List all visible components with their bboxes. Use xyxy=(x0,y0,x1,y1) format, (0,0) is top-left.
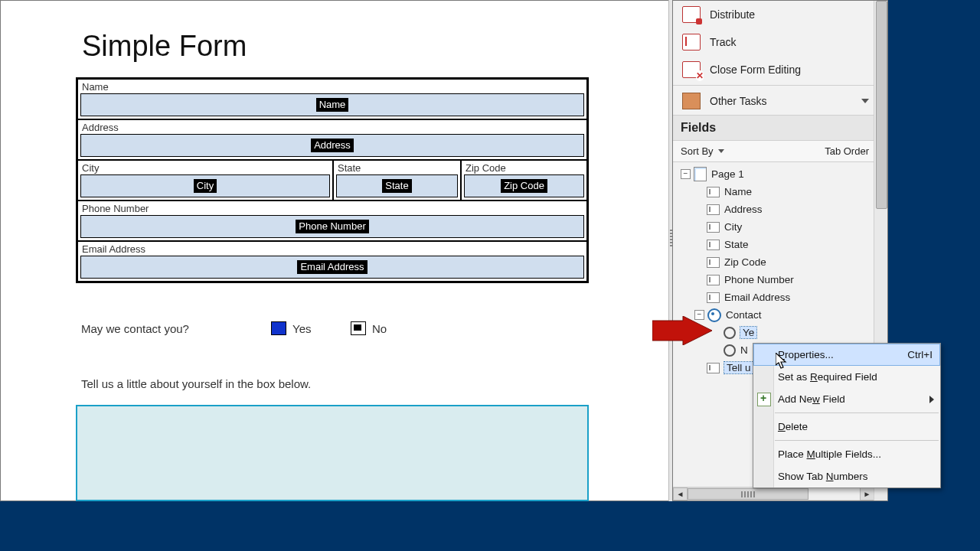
submenu-arrow-icon xyxy=(929,396,934,403)
tree-field-zip[interactable]: Zip Code xyxy=(673,253,887,271)
label-address: Address xyxy=(78,120,586,133)
tree-radio-yes[interactable]: Ye xyxy=(673,324,887,341)
collapse-icon[interactable]: − xyxy=(694,310,704,320)
panel-horizontal-scrollbar[interactable]: ◄ ► xyxy=(673,487,874,500)
tab-order-dropdown[interactable]: Tab Order xyxy=(825,145,880,157)
input-state[interactable]: State xyxy=(336,174,458,197)
radio-no[interactable]: No xyxy=(351,321,387,335)
menu-show-tab-numbers[interactable]: Show Tab Numbers xyxy=(753,465,940,487)
menu-label: Place Multiple Fields... xyxy=(778,448,881,460)
tree-label: Phone Number xyxy=(724,274,794,285)
tree-field-address[interactable]: Address xyxy=(673,201,887,218)
scrollbar-thumb[interactable] xyxy=(876,1,887,209)
chip-email: Email Address xyxy=(297,260,367,274)
tree-field-state[interactable]: State xyxy=(673,236,887,253)
label-state: State xyxy=(334,161,460,174)
input-email[interactable]: Email Address xyxy=(80,256,584,279)
close-form-icon xyxy=(682,61,701,78)
chip-city: City xyxy=(194,179,217,193)
textfield-icon xyxy=(707,292,720,303)
distribute-icon xyxy=(682,6,701,23)
chip-state: State xyxy=(382,179,411,193)
task-distribute-label: Distribute xyxy=(710,8,755,21)
textfield-icon xyxy=(707,275,720,285)
task-close-label: Close Form Editing xyxy=(710,64,801,76)
tree-field-city[interactable]: City xyxy=(673,218,887,236)
input-zip[interactable]: Zip Code xyxy=(464,174,584,197)
task-distribute[interactable]: Distribute xyxy=(673,1,887,28)
radio-icon xyxy=(724,344,736,357)
menu-set-required[interactable]: Set as Required Field xyxy=(753,366,940,388)
fields-panel-header: Fields xyxy=(673,115,887,141)
tree-label: Ye xyxy=(740,327,756,338)
input-name[interactable]: Name xyxy=(80,93,584,116)
task-other[interactable]: Other Tasks xyxy=(673,87,887,115)
tell-us-label: Tell us a little about yourself in the b… xyxy=(81,377,311,390)
menu-label: Properties... xyxy=(778,349,834,360)
radio-yes[interactable]: Yes xyxy=(271,321,311,335)
textfield-icon xyxy=(707,204,720,215)
label-zip: Zip Code xyxy=(462,161,586,174)
radio-icon xyxy=(724,327,736,339)
menu-add-new-field[interactable]: Add New Field xyxy=(753,388,940,410)
tree-field-email[interactable]: Email Address xyxy=(673,289,887,306)
radio-no-label: No xyxy=(372,322,387,335)
page-icon xyxy=(694,167,707,181)
input-city[interactable]: City xyxy=(80,174,330,197)
chip-zip: Zip Code xyxy=(501,179,547,193)
chip-name: Name xyxy=(316,98,349,112)
textfield-icon xyxy=(707,222,720,233)
tree-group-contact[interactable]: − Contact xyxy=(673,306,887,324)
tree-page-label: Page 1 xyxy=(711,168,744,180)
menu-shortcut: Ctrl+I xyxy=(907,349,933,360)
tree-label: Address xyxy=(724,204,763,215)
chip-address: Address xyxy=(311,139,354,152)
chip-phone: Phone Number xyxy=(296,220,368,233)
menu-label: Add New Field xyxy=(778,393,845,405)
menu-label: Show Tab Numbers xyxy=(778,471,868,482)
checkbox-icon xyxy=(351,321,366,335)
label-phone: Phone Number xyxy=(78,201,586,214)
tree-field-phone[interactable]: Phone Number xyxy=(673,271,887,289)
task-close-form-editing[interactable]: Close Form Editing xyxy=(673,56,887,83)
collapse-icon[interactable]: − xyxy=(681,169,691,179)
form-title: Simple Form xyxy=(82,30,247,63)
tree-field-name[interactable]: Name xyxy=(673,183,887,201)
context-menu: Properties... Ctrl+I Set as Required Fie… xyxy=(753,343,941,488)
textfield-icon xyxy=(707,363,720,373)
scrollbar-thumb[interactable] xyxy=(688,488,808,500)
scroll-right-button[interactable]: ► xyxy=(860,487,874,500)
menu-label: Set as Required Field xyxy=(778,371,877,383)
input-address[interactable]: Address xyxy=(80,134,584,157)
tree-page-node[interactable]: − Page 1 xyxy=(673,165,887,183)
radio-group-icon xyxy=(707,308,721,322)
textfield-icon xyxy=(707,187,720,197)
chevron-down-icon xyxy=(718,149,724,153)
tree-label: Email Address xyxy=(724,292,790,303)
add-field-icon xyxy=(757,393,771,406)
tree-label: N xyxy=(740,344,748,356)
fields-sort-bar: Sort By Tab Order xyxy=(673,141,887,162)
task-other-label: Other Tasks xyxy=(710,95,766,107)
menu-delete[interactable]: Delete xyxy=(753,416,940,438)
task-track[interactable]: Track xyxy=(673,28,887,56)
tell-us-textarea[interactable] xyxy=(76,405,589,501)
tab-order-label: Tab Order xyxy=(825,145,869,157)
label-city: City xyxy=(78,161,332,174)
textfield-icon xyxy=(707,257,720,268)
menu-place-multiple[interactable]: Place Multiple Fields... xyxy=(753,443,940,465)
sort-by-dropdown[interactable]: Sort By xyxy=(681,145,724,157)
scroll-left-button[interactable]: ◄ xyxy=(673,487,688,500)
tree-label: Contact xyxy=(726,309,762,321)
menu-properties[interactable]: Properties... Ctrl+I xyxy=(753,344,940,366)
label-name: Name xyxy=(78,80,586,93)
sort-by-label: Sort By xyxy=(681,145,714,157)
chevron-down-icon xyxy=(861,99,869,103)
document-area: Simple Form Name Name Address Address Ci… xyxy=(0,0,671,501)
input-phone[interactable]: Phone Number xyxy=(80,215,584,238)
scrollbar-track[interactable] xyxy=(688,487,860,500)
tree-label: State xyxy=(724,239,749,250)
track-icon xyxy=(682,34,701,51)
task-track-label: Track xyxy=(710,36,736,48)
toolbox-icon xyxy=(682,93,701,109)
